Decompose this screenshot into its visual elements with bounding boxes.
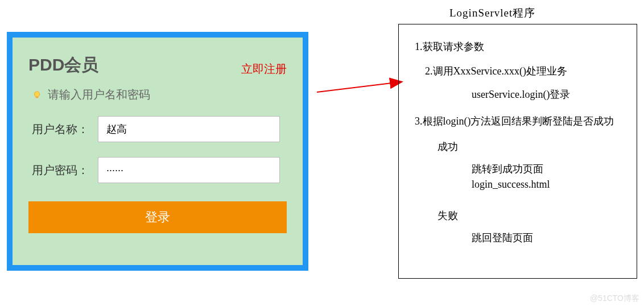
branch-fail-label: 失败 bbox=[415, 208, 626, 224]
branch-success-label: 成功 bbox=[415, 139, 626, 155]
svg-rect-1 bbox=[36, 97, 39, 98]
step-2-detail: userService.login()登录 bbox=[415, 87, 626, 102]
branch-success-action-2: login_success.html bbox=[415, 177, 626, 192]
username-row: 用户名称： bbox=[28, 116, 287, 142]
svg-point-0 bbox=[35, 92, 40, 97]
username-label: 用户名称： bbox=[28, 122, 91, 137]
register-link[interactable]: 立即注册 bbox=[241, 61, 287, 77]
password-row: 用户密码： bbox=[28, 157, 287, 183]
username-input[interactable] bbox=[98, 116, 280, 142]
svg-line-2 bbox=[317, 82, 401, 92]
lightbulb-icon bbox=[32, 90, 42, 100]
branch-success-action-1: 跳转到成功页面 bbox=[415, 162, 626, 177]
hint-text: 请输入用户名和密码 bbox=[48, 87, 150, 102]
panel-title: PDD会员 bbox=[28, 53, 98, 77]
servlet-box: 1.获取请求参数 2.调用XxxService.xxx()处理业务 userSe… bbox=[398, 24, 637, 279]
hint-row: 请输入用户名和密码 bbox=[28, 87, 287, 102]
servlet-title: LoginServlet程序 bbox=[449, 6, 535, 20]
step-3: 3.根据login()方法返回结果判断登陆是否成功 bbox=[415, 114, 626, 129]
login-button[interactable]: 登录 bbox=[28, 201, 287, 233]
step-2: 2.调用XxxService.xxx()处理业务 bbox=[415, 64, 626, 79]
step-1: 1.获取请求参数 bbox=[415, 39, 626, 55]
login-panel: PDD会员 立即注册 请输入用户名和密码 用户名称： 用户密码： 登录 bbox=[7, 32, 308, 271]
watermark: @51CTO博客 bbox=[590, 293, 639, 304]
branch-fail-action: 跳回登陆页面 bbox=[415, 230, 626, 246]
password-input[interactable] bbox=[98, 157, 280, 183]
flow-arrow-icon bbox=[316, 74, 407, 97]
panel-header: PDD会员 立即注册 bbox=[28, 53, 287, 77]
password-label: 用户密码： bbox=[28, 163, 91, 178]
